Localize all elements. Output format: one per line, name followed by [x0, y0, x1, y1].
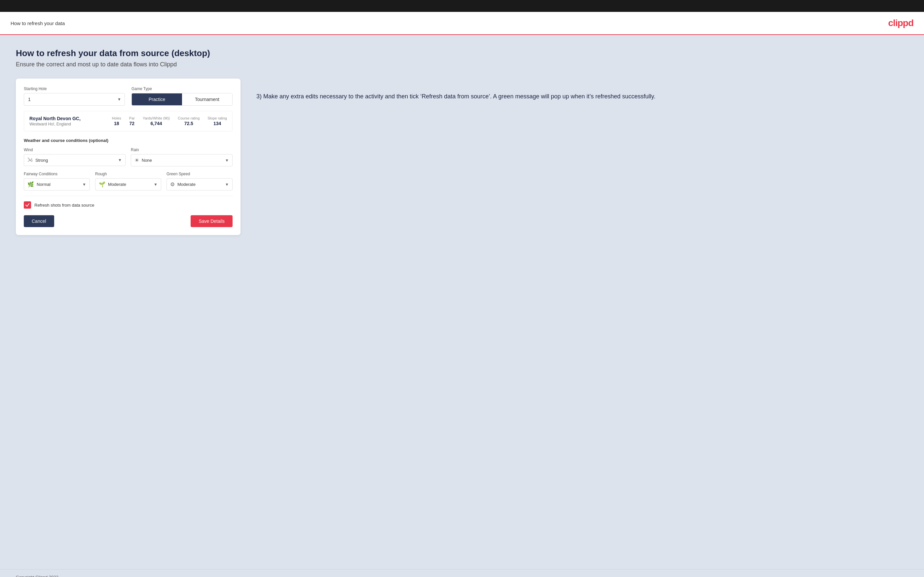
fairway-icon: 🌿 — [27, 181, 34, 187]
slope-rating-stat: Slope rating 134 — [207, 116, 227, 126]
rough-label: Rough — [95, 172, 161, 176]
footer: Copyright Clippd 2022 — [0, 569, 924, 577]
header: How to refresh your data clippd — [0, 12, 924, 35]
game-type-label: Game Type — [131, 87, 233, 91]
rain-group: Rain ☀ None Light Heavy ▼ — [131, 148, 233, 166]
rain-label: Rain — [131, 148, 233, 152]
green-speed-label: Green Speed — [166, 172, 233, 176]
course-rating-stat: Course rating 72.5 — [178, 116, 200, 126]
course-info-box: Royal North Devon GC, Westward Ho!, Engl… — [24, 111, 233, 131]
course-name-location: Royal North Devon GC, Westward Ho!, Engl… — [29, 116, 81, 126]
game-type-group: Game Type Practice Tournament — [131, 87, 233, 106]
cancel-button[interactable]: Cancel — [24, 215, 54, 227]
par-stat: Par 72 — [129, 116, 135, 126]
refresh-checkbox-label: Refresh shots from data source — [34, 203, 94, 208]
side-text: 3) Make any extra edits necessary to the… — [256, 79, 908, 102]
course-rating-value: 72.5 — [178, 121, 200, 126]
rough-select-wrapper: 🌱 Moderate Light Heavy ▼ — [95, 178, 161, 190]
yards-value: 6,744 — [143, 121, 170, 126]
green-speed-icon: ⚙ — [170, 181, 175, 187]
green-speed-select[interactable]: Moderate Slow Fast — [178, 182, 229, 187]
form-panel: Starting Hole 1 10 ▼ Game Type Practice … — [16, 79, 241, 235]
fairway-select[interactable]: Normal Soft Hard — [37, 182, 86, 187]
fairway-group: Fairway Conditions 🌿 Normal Soft Hard ▼ — [24, 172, 90, 190]
page-title: How to refresh your data from source (de… — [16, 48, 908, 58]
game-type-buttons: Practice Tournament — [131, 93, 233, 106]
header-title: How to refresh your data — [11, 21, 65, 26]
holes-value: 18 — [112, 121, 121, 126]
divider — [24, 196, 233, 196]
fairway-select-wrapper: 🌿 Normal Soft Hard ▼ — [24, 178, 90, 190]
course-name: Royal North Devon GC, — [29, 116, 81, 121]
course-rating-label: Course rating — [178, 116, 200, 120]
holes-label: Holes — [112, 116, 121, 120]
green-speed-group: Green Speed ⚙ Moderate Slow Fast ▼ — [166, 172, 233, 190]
content-area: Starting Hole 1 10 ▼ Game Type Practice … — [16, 79, 908, 235]
wind-rain-row: Wind 🌬 Strong None Light Moderate ▼ Rain — [24, 148, 233, 166]
starting-hole-game-type-row: Starting Hole 1 10 ▼ Game Type Practice … — [24, 87, 233, 106]
refresh-checkbox-row: Refresh shots from data source — [24, 201, 233, 209]
tournament-button[interactable]: Tournament — [182, 93, 232, 105]
checkmark-icon — [25, 203, 30, 207]
rough-select[interactable]: Moderate Light Heavy — [108, 182, 158, 187]
wind-select-wrapper: 🌬 Strong None Light Moderate ▼ — [24, 154, 126, 166]
par-label: Par — [129, 116, 135, 120]
main-content: How to refresh your data from source (de… — [0, 35, 924, 569]
par-value: 72 — [129, 121, 135, 126]
logo: clippd — [888, 18, 913, 28]
course-location: Westward Ho!, England — [29, 122, 81, 126]
rough-group: Rough 🌱 Moderate Light Heavy ▼ — [95, 172, 161, 190]
starting-hole-group: Starting Hole 1 10 ▼ — [24, 87, 125, 106]
starting-hole-select-wrapper: 1 10 ▼ — [24, 93, 125, 106]
slope-rating-label: Slope rating — [207, 116, 227, 120]
course-stats: Holes 18 Par 72 Yards/White (M)) 6,744 C… — [112, 116, 227, 126]
rough-icon: 🌱 — [99, 181, 105, 187]
top-bar — [0, 0, 924, 12]
save-button[interactable]: Save Details — [191, 215, 233, 227]
refresh-checkbox[interactable] — [24, 201, 31, 209]
wind-select[interactable]: Strong None Light Moderate — [36, 158, 122, 163]
wind-icon: 🌬 — [27, 157, 33, 163]
yards-label: Yards/White (M)) — [143, 116, 170, 120]
starting-hole-select[interactable]: 1 10 — [24, 93, 124, 105]
holes-stat: Holes 18 — [112, 116, 121, 126]
rain-select-wrapper: ☀ None Light Heavy ▼ — [131, 154, 233, 166]
starting-hole-label: Starting Hole — [24, 87, 125, 91]
wind-group: Wind 🌬 Strong None Light Moderate ▼ — [24, 148, 126, 166]
side-text-paragraph: 3) Make any extra edits necessary to the… — [256, 92, 908, 102]
copyright-text: Copyright Clippd 2022 — [16, 575, 58, 577]
green-speed-select-wrapper: ⚙ Moderate Slow Fast ▼ — [166, 178, 233, 190]
yards-stat: Yards/White (M)) 6,744 — [143, 116, 170, 126]
page-subtitle: Ensure the correct and most up to date d… — [16, 61, 908, 68]
practice-button[interactable]: Practice — [132, 93, 182, 105]
button-row: Cancel Save Details — [24, 215, 233, 227]
slope-rating-value: 134 — [207, 121, 227, 126]
fairway-rough-green-row: Fairway Conditions 🌿 Normal Soft Hard ▼ … — [24, 172, 233, 190]
rain-icon: ☀ — [134, 157, 139, 163]
rain-select[interactable]: None Light Heavy — [142, 158, 229, 163]
fairway-label: Fairway Conditions — [24, 172, 90, 176]
wind-label: Wind — [24, 148, 126, 152]
weather-section-header: Weather and course conditions (optional) — [24, 138, 233, 143]
